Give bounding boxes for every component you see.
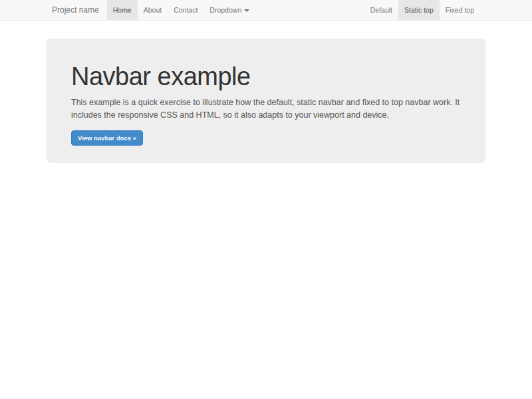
caret-down-icon bbox=[244, 9, 249, 12]
nav-item-home[interactable]: Home bbox=[107, 0, 138, 20]
navbar-left-nav: HomeAboutContactDropdown bbox=[107, 0, 256, 20]
nav-item-contact[interactable]: Contact bbox=[168, 0, 203, 20]
nav-item-default[interactable]: Default bbox=[364, 0, 398, 20]
jumbotron-description: This example is a quick exercise to illu… bbox=[71, 96, 461, 122]
navbar-brand[interactable]: Project name bbox=[52, 0, 107, 20]
nav-item-label: About bbox=[144, 6, 162, 14]
nav-item-label: Fixed top bbox=[446, 6, 474, 14]
navbar-right-nav: DefaultStatic topFixed top bbox=[364, 0, 480, 20]
nav-item-static-top[interactable]: Static top bbox=[398, 0, 440, 20]
nav-item-label: Contact bbox=[174, 6, 198, 14]
nav-item-label: Dropdown bbox=[209, 6, 241, 14]
nav-item-label: Default bbox=[370, 6, 392, 14]
page-title: Navbar example bbox=[71, 64, 461, 90]
nav-item-label: Home bbox=[113, 6, 132, 14]
view-navbar-docs-button[interactable]: View navbar docs » bbox=[71, 130, 143, 146]
nav-item-label: Static top bbox=[404, 6, 434, 14]
nav-item-about[interactable]: About bbox=[138, 0, 168, 20]
nav-item-dropdown[interactable]: Dropdown bbox=[203, 0, 255, 20]
navbar-container: Project name HomeAboutContactDropdown De… bbox=[47, 0, 485, 20]
nav-item-fixed-top[interactable]: Fixed top bbox=[440, 0, 480, 20]
navbar-left-group: Project name HomeAboutContactDropdown bbox=[52, 0, 255, 20]
navbar: Project name HomeAboutContactDropdown De… bbox=[0, 0, 532, 21]
jumbotron: Navbar example This example is a quick e… bbox=[47, 39, 485, 163]
